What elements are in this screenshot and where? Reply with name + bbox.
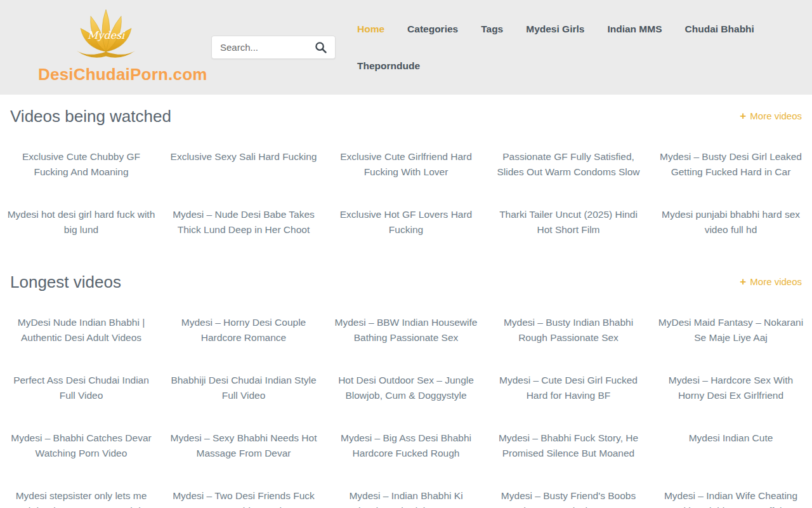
nav-item-indian-mms[interactable]: Indian MMS <box>596 23 673 36</box>
nav-item-mydesi-girls[interactable]: Mydesi Girls <box>514 23 596 36</box>
nav-item-home[interactable]: Home <box>346 23 396 36</box>
section-title: Videos being watched <box>10 105 171 128</box>
video-title[interactable]: Mydesi – Cute Desi Girl Fucked Hard for … <box>487 373 650 403</box>
nav-row-secondary: Theporndude <box>346 60 796 72</box>
video-title[interactable]: Mydesi – Horny Desi Couple Hardcore Roma… <box>162 315 325 345</box>
video-title[interactable]: Bhabhiji Desi Chudai Indian Style Full V… <box>162 373 325 403</box>
video-title[interactable]: Exclusive Hot GF Lovers Hard Fucking <box>325 207 487 237</box>
video-title[interactable]: Mydesi – Hardcore Sex With Horny Desi Ex… <box>650 373 812 403</box>
video-title[interactable]: Mydesi – Two Desi Friends Fuck Horny Maj… <box>162 488 325 508</box>
more-videos-label: More videos <box>750 110 802 121</box>
section-longest-videos: Longest videos + More videos MyDesi Nude… <box>0 271 812 508</box>
video-title[interactable]: Mydesi – Busty Friend's Boobs and Bum Tw… <box>487 488 650 508</box>
video-title[interactable]: Tharki Tailer Uncut (2025) Hindi Hot Sho… <box>487 207 650 237</box>
video-title[interactable]: Passionate GF Fully Satisfied, Slides Ou… <box>487 149 650 180</box>
site-logo[interactable]: Mydesi DesiChudaiPorn.com <box>38 5 174 84</box>
video-title[interactable]: Mydesi – Busty Indian Bhabhi Rough Passi… <box>487 315 650 345</box>
more-videos-link[interactable]: + More videos <box>740 276 802 288</box>
more-videos-link[interactable]: + More videos <box>740 110 802 123</box>
video-title[interactable]: Mydesi – Busty Desi Girl Leaked Getting … <box>650 149 812 180</box>
main-nav: HomeCategoriesTagsMydesi GirlsIndian MMS… <box>346 0 796 72</box>
nav-item-theporndude[interactable]: Theporndude <box>346 60 431 72</box>
section-title: Longest videos <box>10 271 121 293</box>
plus-icon: + <box>740 110 746 123</box>
video-title[interactable]: Mydesi – Sexy Bhabhi Needs Hot Massage F… <box>162 431 325 461</box>
video-title[interactable]: Exclusive Sexy Sali Hard Fucking <box>162 149 325 180</box>
search-box <box>211 36 336 59</box>
nav-item-categories[interactable]: Categories <box>396 23 469 36</box>
video-grid-watched: Exclusive Cute Chubby GF Fucking And Moa… <box>0 149 812 237</box>
video-title[interactable]: MyDesi Nude Indian Bhabhi | Authentic De… <box>0 315 162 345</box>
video-title[interactable]: Mydesi – Bhabhi Catches Devar Watching P… <box>0 431 162 461</box>
main-content: Videos being watched + More videos Exclu… <box>0 105 812 508</box>
video-title[interactable]: MyDesi Maid Fantasy – Nokarani Se Maje L… <box>650 315 812 345</box>
lotus-logo-icon: Mydesi <box>70 5 141 65</box>
video-title[interactable]: Hot Desi Outdoor Sex – Jungle Blowjob, C… <box>325 373 487 403</box>
plus-icon: + <box>740 276 746 288</box>
video-title[interactable]: Mydesi punjabi bhabhi hard sex video ful… <box>650 207 812 237</box>
nav-item-chudai-bhabhi[interactable]: Chudai Bhabhi <box>674 23 766 36</box>
video-title[interactable]: Mydesi – Big Ass Desi Bhabhi Hardcore Fu… <box>325 431 487 461</box>
video-title[interactable]: Mydesi – BBW Indian Housewife Bathing Pa… <box>325 315 487 345</box>
more-videos-label: More videos <box>750 276 802 287</box>
search-input[interactable] <box>212 42 311 53</box>
video-title[interactable]: Exclusive Cute Chubby GF Fucking And Moa… <box>0 149 162 180</box>
video-title[interactable]: Mydesi – Indian Bhabhi Ki Zabardast Chud… <box>325 488 487 508</box>
video-title[interactable]: Mydesi stepsister only lets me touch her… <box>0 488 162 508</box>
video-title[interactable]: Perfect Ass Desi Chudai Indian Full Vide… <box>0 373 162 403</box>
video-grid-longest: MyDesi Nude Indian Bhabhi | Authentic De… <box>0 315 812 508</box>
video-title[interactable]: Mydesi – Nude Desi Babe Takes Thick Lund… <box>162 207 325 237</box>
video-title[interactable]: Mydesi hot desi girl hard fuck with big … <box>0 207 162 237</box>
section-header: Longest videos + More videos <box>0 271 812 293</box>
video-title[interactable]: Mydesi – Indian Wife Cheating with Neigh… <box>650 488 812 508</box>
site-name: DesiChudaiPorn.com <box>38 65 174 84</box>
video-title[interactable]: Mydesi – Bhabhi Fuck Story, He Promised … <box>487 431 650 461</box>
video-title[interactable]: Mydesi Indian Cute <box>650 431 812 461</box>
nav-row-primary: HomeCategoriesTagsMydesi GirlsIndian MMS… <box>346 23 796 36</box>
section-header: Videos being watched + More videos <box>0 105 812 128</box>
nav-item-tags[interactable]: Tags <box>469 23 514 36</box>
site-header: Mydesi DesiChudaiPorn.com HomeCategories… <box>0 0 812 95</box>
logo-script-text: Mydesi <box>88 29 126 41</box>
search-icon <box>315 41 327 53</box>
section-videos-being-watched: Videos being watched + More videos Exclu… <box>0 105 812 237</box>
search-button[interactable] <box>311 41 335 53</box>
video-title[interactable]: Exclusive Cute Girlfriend Hard Fucking W… <box>325 149 487 180</box>
